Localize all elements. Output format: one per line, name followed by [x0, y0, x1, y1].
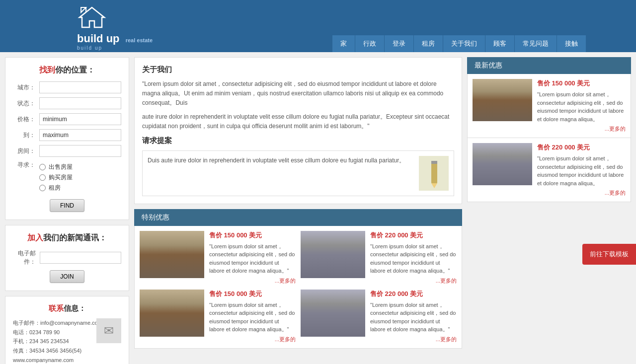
latest-header: 最新优惠: [467, 57, 631, 74]
about-para1: "Lorem ipsum dolor sit amet，consectetur …: [142, 79, 454, 108]
radio-rent: 租房: [39, 184, 73, 192]
contact-box: 联系信息： 电子邮件：info@comapnyname.com 电话：0234 …: [5, 296, 129, 364]
special-offers-section: 特别优惠 售价 150 000 美元 "Lorem ipsum dolor si…: [134, 209, 462, 349]
svg-marker-1: [81, 7, 86, 12]
latest-item-2: 售价 220 000 美元 "Lorem ipsum dolor sit ame…: [467, 138, 631, 202]
logo-brand-text: build up real estate: [77, 32, 153, 45]
proposal-title: 请求提案: [142, 136, 454, 146]
special-img-2: [301, 231, 365, 278]
radio-rent-input[interactable]: [39, 185, 46, 191]
find-location-title: 找到你的位置：: [13, 65, 121, 75]
svg-rect-5: [431, 161, 437, 164]
room-label: 房间：: [13, 147, 35, 155]
latest-img-2: [473, 143, 532, 185]
latest-more-1[interactable]: ...更多的: [537, 125, 626, 133]
latest-price-1: 售价 150 000 美元: [537, 79, 626, 88]
latest-content-2: 售价 220 000 美元 "Lorem ipsum dolor sit ame…: [537, 143, 626, 197]
search-type-options: 出售房屋 购买房屋 租房: [39, 161, 73, 194]
city-row: 城市：: [13, 81, 121, 93]
nav-item-admin[interactable]: 行政: [355, 35, 385, 52]
special-item-3: 售价 150 000 美元 "Lorem ipsum dolor sit ame…: [140, 290, 296, 343]
nav-item-home[interactable]: 家: [332, 35, 355, 52]
contact-website: www.companyname.com: [13, 356, 121, 364]
proposal-image: [419, 156, 449, 191]
special-grid: 售价 150 000 美元 "Lorem ipsum dolor sit ame…: [134, 226, 462, 349]
contact-title: 联系信息：: [13, 304, 121, 313]
contact-fax: 传真：34534 3456 3456(54): [13, 346, 121, 356]
special-content-2: 售价 220 000 美元 "Lorem ipsum dolor sit ame…: [370, 231, 457, 285]
newsletter-box: 加入我们的新闻通讯： 电子邮件： JOIN: [5, 225, 129, 291]
special-content-1: 售价 150 000 美元 "Lorem ipsum dolor sit ame…: [209, 231, 296, 285]
search-type-row: 寻求： 出售房屋 购买房屋 租房: [13, 161, 121, 194]
nav-item-contact[interactable]: 接触: [557, 35, 586, 52]
download-button[interactable]: 前往下载模板: [582, 244, 636, 265]
radio-sell-label: 出售房屋: [49, 163, 73, 171]
logo-sub-text: real estate: [126, 37, 153, 43]
city-input[interactable]: [39, 81, 121, 93]
special-content-4: 售价 220 000 美元 "Lorem ipsum dolor sit ame…: [370, 290, 457, 343]
join-button[interactable]: JOIN: [50, 270, 84, 283]
special-price-4: 售价 220 000 美元: [370, 290, 457, 298]
special-img-3: [140, 290, 204, 337]
find-button[interactable]: FIND: [50, 199, 84, 212]
svg-marker-4: [431, 183, 437, 188]
proposal-text: Duis aute irure dolor in reprehenderit i…: [148, 156, 414, 165]
nav-item-faq[interactable]: 常见问题: [515, 35, 557, 52]
special-more-1[interactable]: ...更多的: [209, 277, 296, 285]
special-img-4: [301, 290, 365, 337]
special-more-3[interactable]: ...更多的: [209, 336, 296, 343]
latest-text-2: "Lorem ipsum dolor sit amet，consectetur …: [537, 154, 626, 187]
state-input[interactable]: [39, 97, 121, 109]
center-content: 关于我们 "Lorem ipsum dolor sit amet，consect…: [129, 57, 467, 364]
to-label: 到：: [13, 131, 35, 140]
price-to-row: 到： maximum: [13, 129, 121, 141]
special-text-2: "Lorem ipsum dolor sit amet，consectetur …: [370, 242, 457, 275]
room-input[interactable]: [39, 145, 121, 157]
price-row: 价格： minimum: [13, 113, 121, 125]
email-label: 电子邮件：: [13, 249, 36, 266]
special-item-1: 售价 150 000 美元 "Lorem ipsum dolor sit ame…: [140, 231, 296, 285]
special-text-3: "Lorem ipsum dolor sit amet，consectetur …: [209, 301, 296, 334]
radio-buy-label: 购买房屋: [49, 173, 73, 182]
about-section: 关于我们 "Lorem ipsum dolor sit amet，consect…: [134, 57, 462, 204]
contact-envelope-icon: ✉: [96, 318, 121, 343]
nav-item-login[interactable]: 登录: [385, 35, 414, 52]
nav-item-customer[interactable]: 顾客: [485, 35, 515, 52]
proposal-pencil-icon: [421, 158, 446, 188]
svg-rect-3: [431, 161, 437, 183]
special-price-2: 售价 220 000 美元: [370, 231, 457, 240]
special-more-4[interactable]: ...更多的: [370, 336, 457, 343]
price-max-input[interactable]: maximum: [39, 129, 121, 141]
special-text-1: "Lorem ipsum dolor sit amet，consectetur …: [209, 242, 296, 275]
special-price-3: 售价 150 000 美元: [209, 290, 296, 298]
room-row: 房间：: [13, 145, 121, 157]
latest-img-1: [473, 79, 532, 121]
latest-price-2: 售价 220 000 美元: [537, 143, 626, 152]
radio-sell: 出售房屋: [39, 163, 73, 171]
about-para2: aute irure dolor in reprehenderit in vol…: [142, 112, 454, 131]
city-label: 城市：: [13, 83, 35, 92]
special-item-2: 售价 220 000 美元 "Lorem ipsum dolor sit ame…: [301, 231, 457, 285]
special-content-3: 售价 150 000 美元 "Lorem ipsum dolor sit ame…: [209, 290, 296, 343]
email-row: 电子邮件：: [13, 249, 121, 266]
logo-icon: [77, 5, 107, 30]
nav-item-about[interactable]: 关于我们: [443, 35, 485, 52]
right-panel: 最新优惠 售价 150 000 美元 "Lorem ipsum dolor si…: [467, 57, 631, 364]
radio-sell-input[interactable]: [39, 164, 46, 170]
nav-item-rent[interactable]: 租房: [414, 35, 443, 52]
main-nav: 家 行政 登录 租房 关于我们 顾客 常见问题 接触: [332, 35, 586, 52]
header: build up real estate build up 家 行政 登录 租房…: [0, 0, 636, 52]
logo-area: build up real estate build up: [77, 5, 153, 51]
proposal-box: Duis aute irure dolor in reprehenderit i…: [142, 150, 454, 196]
special-more-2[interactable]: ...更多的: [370, 277, 457, 285]
search-label: 寻求：: [13, 161, 35, 169]
email-input[interactable]: [40, 252, 121, 264]
radio-buy-input[interactable]: [39, 174, 46, 181]
price-min-input[interactable]: minimum: [39, 113, 121, 125]
sidebar: 找到你的位置： 城市： 状态： 价格： minimum 到： maximum 房…: [5, 57, 129, 364]
logo-tagline: build up: [77, 45, 153, 51]
state-label: 状态：: [13, 99, 35, 108]
price-label: 价格：: [13, 115, 35, 124]
latest-more-2[interactable]: ...更多的: [537, 189, 626, 197]
special-item-4: 售价 220 000 美元 "Lorem ipsum dolor sit ame…: [301, 290, 457, 343]
